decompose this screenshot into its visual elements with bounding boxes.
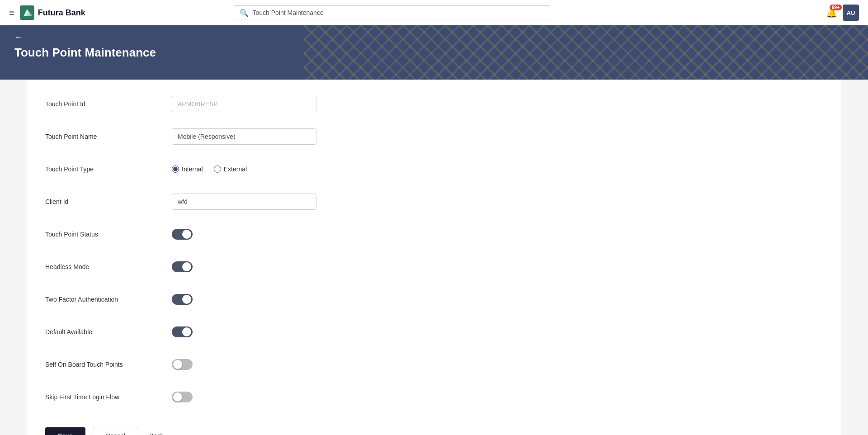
client-id-input[interactable] — [172, 194, 316, 210]
touch-point-id-row: Touch Point Id — [45, 94, 823, 114]
page-header: ← Touch Point Maintenance — [0, 25, 868, 80]
notification-count: 99+ — [830, 5, 842, 10]
skip-login-toggle[interactable] — [172, 392, 193, 402]
touch-point-type-radio-group: Internal External — [172, 165, 247, 173]
search-input[interactable] — [252, 9, 544, 16]
avatar[interactable]: AU — [843, 5, 859, 21]
default-available-toggle[interactable] — [172, 326, 193, 337]
logo-icon — [20, 5, 34, 20]
touch-point-status-row: Touch Point Status — [45, 224, 823, 244]
save-button[interactable]: Save — [45, 427, 85, 435]
touch-point-type-label: Touch Point Type — [45, 165, 172, 173]
radio-external-label: External — [224, 165, 247, 173]
hamburger-icon[interactable]: ≡ — [9, 8, 14, 18]
navbar: ≡ Futura Bank 🔍 🔔 99+ AU — [0, 0, 868, 25]
touch-point-status-label: Touch Point Status — [45, 231, 172, 238]
self-on-board-toggle[interactable] — [172, 359, 193, 370]
radio-internal-label: Internal — [182, 165, 203, 173]
touch-point-name-input[interactable] — [172, 128, 316, 145]
logo: Futura Bank — [20, 5, 85, 20]
default-available-label: Default Available — [45, 328, 172, 336]
headless-mode-label: Headless Mode — [45, 263, 172, 270]
toggle-knob-headless — [182, 262, 191, 271]
toggle-track-self-onboard — [172, 359, 193, 370]
toggle-knob-self-onboard — [173, 360, 182, 369]
toggle-knob-status — [182, 230, 191, 239]
touch-point-status-toggle[interactable] — [172, 229, 193, 240]
radio-external-input[interactable] — [214, 165, 221, 173]
toggle-track-status — [172, 229, 193, 240]
radio-internal-input[interactable] — [172, 165, 179, 173]
client-id-row: Client Id — [45, 192, 823, 212]
form-card: Touch Point Id Touch Point Name Touch Po… — [27, 80, 841, 435]
touch-point-name-row: Touch Point Name — [45, 127, 823, 147]
logo-text: Futura Bank — [38, 8, 85, 18]
headless-mode-row: Headless Mode — [45, 257, 823, 277]
header-pattern — [304, 25, 868, 80]
toggle-knob-default — [182, 327, 191, 336]
main-content: Touch Point Id Touch Point Name Touch Po… — [0, 80, 868, 435]
cancel-button[interactable]: Cancel — [93, 427, 139, 435]
touch-point-type-row: Touch Point Type Internal External — [45, 159, 823, 179]
radio-external[interactable]: External — [214, 165, 247, 173]
radio-internal[interactable]: Internal — [172, 165, 203, 173]
skip-login-row: Skip First Time Login Flow — [45, 387, 823, 407]
two-factor-auth-row: Two Factor Authentication — [45, 289, 823, 309]
search-bar[interactable]: 🔍 — [234, 5, 550, 20]
toggle-track-skip-login — [172, 392, 193, 402]
two-factor-auth-toggle[interactable] — [172, 294, 193, 305]
self-on-board-row: Self On Board Touch Points — [45, 355, 823, 374]
toggle-knob-2fa — [182, 295, 191, 304]
skip-login-label: Skip First Time Login Flow — [45, 393, 172, 401]
touch-point-id-input[interactable] — [172, 96, 316, 112]
toggle-track-2fa — [172, 294, 193, 305]
two-factor-auth-label: Two Factor Authentication — [45, 296, 172, 303]
self-on-board-label: Self On Board Touch Points — [45, 361, 172, 368]
headless-mode-toggle[interactable] — [172, 261, 193, 272]
button-row: Save Cancel Back — [45, 420, 823, 435]
toggle-knob-skip-login — [173, 392, 182, 402]
touch-point-name-label: Touch Point Name — [45, 133, 172, 140]
default-available-row: Default Available — [45, 322, 823, 342]
touch-point-id-label: Touch Point Id — [45, 100, 172, 108]
back-arrow-icon[interactable]: ← — [14, 33, 23, 42]
notification-bell[interactable]: 🔔 99+ — [826, 7, 837, 18]
search-icon: 🔍 — [240, 9, 249, 17]
back-link[interactable]: Back — [146, 427, 167, 435]
toggle-track-headless — [172, 261, 193, 272]
navbar-right: 🔔 99+ AU — [826, 5, 859, 21]
client-id-label: Client Id — [45, 198, 172, 205]
toggle-track-default — [172, 326, 193, 337]
